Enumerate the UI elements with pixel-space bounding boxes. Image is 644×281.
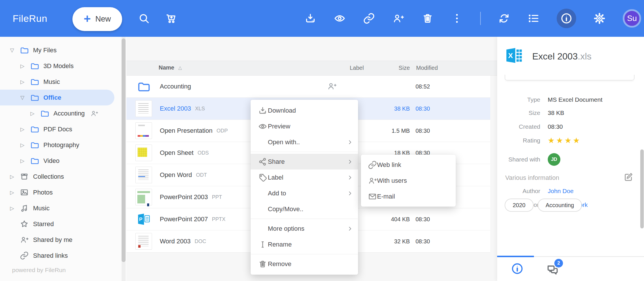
file-modified: 08:30 [416, 105, 456, 112]
person-add-icon [20, 235, 29, 244]
web-link-button[interactable] [363, 12, 375, 24]
edit-metadata-button[interactable] [623, 172, 634, 182]
sidebar-item-accounting[interactable]: ▷ Accounting [0, 105, 122, 121]
file-thumbnail [134, 100, 153, 117]
menu-item-more-options[interactable]: More options [251, 221, 358, 236]
submenu-item-web-link[interactable]: Web link [361, 157, 456, 173]
file-row-accounting[interactable]: Accounting 08:52 [126, 76, 490, 98]
menu-item-share[interactable]: Share [251, 154, 358, 170]
sidebar-item-starred[interactable]: Starred [0, 216, 122, 232]
menu-item-label: With users [377, 177, 407, 184]
menu-item-copy-move[interactable]: Copy/Move.. [251, 201, 358, 217]
file-thumbnail: P [134, 211, 153, 228]
menu-item-rename[interactable]: Rename [251, 236, 358, 252]
caret-right-icon[interactable]: ▷ [29, 110, 36, 117]
rename-cursor-icon [251, 240, 268, 249]
user-avatar[interactable]: Su [623, 9, 641, 28]
file-name: PowerPoint 2007 [160, 215, 208, 223]
menu-item-label: Web link [377, 161, 401, 169]
caret-down-icon[interactable]: ▽ [19, 95, 26, 101]
caret-right-icon[interactable]: ▷ [19, 79, 26, 85]
menu-item-label: Rename [268, 241, 292, 248]
preview-button[interactable] [334, 12, 346, 24]
download-button[interactable] [304, 12, 316, 24]
sidebar-item-pdf-docs[interactable]: ▷ PDF Docs [0, 121, 122, 137]
refresh-button[interactable] [498, 12, 510, 24]
caret-right-icon[interactable]: ▷ [19, 126, 26, 132]
details-panel: X Excel 2003.xls Type MS Excel Document … [497, 37, 644, 281]
shared-user-avatar[interactable]: JD [548, 153, 560, 166]
share-with-users-button[interactable] [392, 12, 404, 24]
sidebar-item-photography[interactable]: ▷ Photography [0, 137, 122, 153]
menu-item-open-with[interactable]: Open with.. [251, 134, 358, 150]
new-button[interactable]: + New [72, 7, 122, 31]
delete-button[interactable] [422, 12, 434, 24]
file-size: 38 KB [370, 105, 410, 112]
sidebar-item-shared-links[interactable]: Shared links [0, 248, 122, 263]
tag-accounting[interactable]: Accounting [538, 199, 582, 212]
sidebar-item-video[interactable]: ▷ Video [0, 153, 122, 169]
caret-right-icon[interactable]: ▷ [9, 189, 16, 196]
info-panel-toggle-active[interactable] [557, 9, 576, 28]
more-actions-button[interactable] [451, 12, 463, 24]
svg-text:P: P [139, 216, 143, 222]
rating-stars[interactable]: ★★★★ [548, 136, 581, 145]
tag-2020[interactable]: 2020 [505, 199, 534, 212]
detail-label: Rating [497, 137, 540, 144]
detail-row-type: Type MS Excel Document [497, 93, 644, 106]
submenu-chevron-icon [347, 158, 353, 165]
sidebar-item-office-selected[interactable]: ▽ Office [0, 90, 114, 105]
column-header-name[interactable]: Name △ [159, 64, 182, 71]
column-header-label[interactable]: Label [350, 65, 364, 71]
caret-right-icon[interactable]: ▷ [9, 205, 16, 211]
link-icon [361, 160, 377, 170]
submenu-chevron-icon [347, 139, 353, 146]
sidebar-scrollbar-thumb[interactable] [122, 39, 126, 262]
menu-item-remove[interactable]: Remove [251, 256, 358, 272]
preview-card-edge [505, 75, 635, 80]
download-basket-button[interactable] [165, 12, 177, 24]
share-icon [251, 157, 268, 166]
caret-right-icon[interactable]: ▷ [9, 174, 16, 180]
sidebar-item-music-library[interactable]: ▷ Music [0, 200, 122, 216]
file-title-name: Excel 2003 [532, 51, 578, 61]
search-icon [138, 12, 150, 24]
caret-right-icon[interactable]: ▷ [19, 63, 26, 69]
folder-icon [30, 93, 39, 102]
person-add-icon [361, 176, 377, 185]
author-link[interactable]: John Doe [548, 188, 574, 195]
tab-info[interactable] [511, 262, 524, 275]
submenu-item-with-users[interactable]: With users [361, 173, 456, 188]
sidebar-item-collections[interactable]: ▷ Collections [0, 169, 122, 184]
sidebar-item-label: Photography [43, 141, 79, 149]
sidebar-item-shared-by-me[interactable]: Shared by me [0, 232, 122, 248]
list-view-button[interactable] [527, 12, 539, 24]
menu-item-download[interactable]: Download [251, 103, 358, 118]
submenu-item-email[interactable]: E-mail [361, 188, 456, 204]
sidebar-item-my-files[interactable]: ▽ My Files [0, 42, 122, 58]
folder-icon [30, 156, 39, 165]
search-button[interactable] [138, 12, 150, 24]
eye-icon [251, 122, 268, 131]
menu-item-add-to[interactable]: Add to [251, 185, 358, 201]
sidebar-item-photos[interactable]: ▷ Photos [0, 184, 122, 200]
caret-right-icon[interactable]: ▷ [19, 142, 26, 148]
file-name: PowerPoint 2003 [160, 193, 208, 201]
detail-label: Type [497, 96, 540, 103]
photos-icon [20, 188, 29, 197]
caret-right-icon[interactable]: ▷ [19, 158, 26, 164]
panel-scrollbar-thumb[interactable] [640, 149, 644, 228]
column-header-modified[interactable]: Modified [416, 65, 438, 71]
powered-by: powered by FileRun [12, 267, 66, 274]
info-button[interactable] [560, 12, 573, 25]
file-name: Open Word [160, 171, 192, 179]
sidebar-item-3d-models[interactable]: ▷ 3D Models [0, 58, 122, 74]
sidebar-item-music-folder[interactable]: ▷ Music [0, 74, 122, 90]
caret-down-icon[interactable]: ▽ [9, 47, 16, 53]
menu-item-preview[interactable]: Preview [251, 118, 358, 134]
active-tab-indicator [497, 256, 534, 257]
menu-item-label-tag[interactable]: Label [251, 170, 358, 185]
detail-label: Size [497, 109, 540, 116]
column-header-size[interactable]: Size [370, 65, 410, 71]
settings-button[interactable] [593, 12, 605, 24]
